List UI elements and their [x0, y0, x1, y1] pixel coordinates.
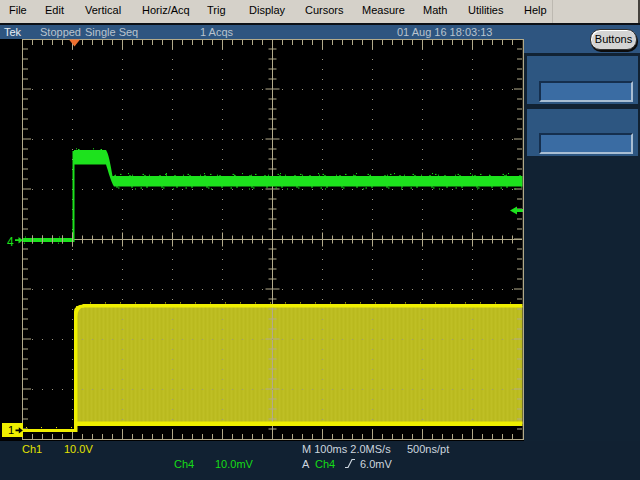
svg-text:1: 1 [8, 424, 14, 436]
svg-text:4: 4 [7, 235, 14, 249]
